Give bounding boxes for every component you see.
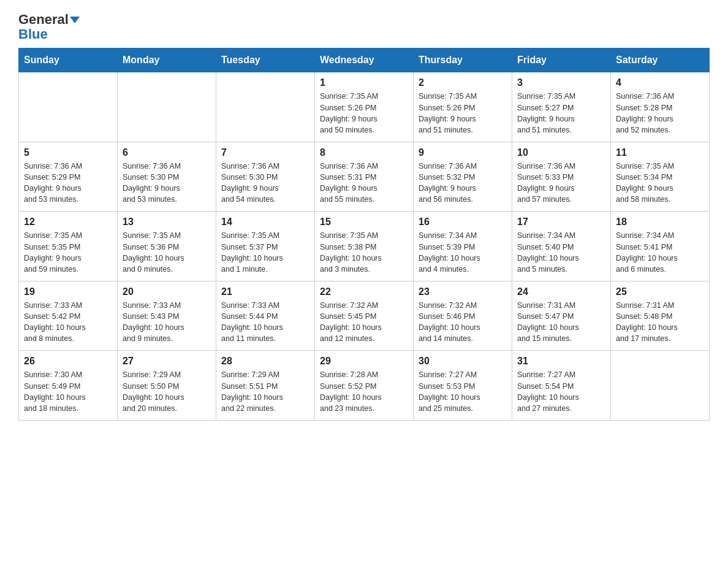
day-number: 3	[517, 77, 605, 88]
day-number: 21	[221, 286, 309, 297]
calendar-cell: 13Sunrise: 7:35 AM Sunset: 5:36 PM Dayli…	[118, 212, 216, 282]
day-number: 13	[123, 216, 211, 228]
day-number: 19	[24, 286, 112, 297]
day-info: Sunrise: 7:27 AM Sunset: 5:53 PM Dayligh…	[419, 369, 507, 414]
logo-arrow-icon	[70, 17, 80, 23]
calendar-cell: 24Sunrise: 7:31 AM Sunset: 5:47 PM Dayli…	[512, 281, 611, 351]
calendar-cell: 26Sunrise: 7:30 AM Sunset: 5:49 PM Dayli…	[19, 351, 118, 421]
day-number: 26	[24, 356, 112, 367]
calendar-table: SundayMondayTuesdayWednesdayThursdayFrid…	[18, 48, 710, 421]
day-number: 7	[221, 147, 309, 158]
calendar-cell: 28Sunrise: 7:29 AM Sunset: 5:51 PM Dayli…	[216, 351, 315, 421]
day-info: Sunrise: 7:35 AM Sunset: 5:26 PM Dayligh…	[320, 91, 408, 136]
week-row-3: 12Sunrise: 7:35 AM Sunset: 5:35 PM Dayli…	[19, 212, 710, 282]
day-number: 11	[616, 147, 704, 158]
day-info: Sunrise: 7:29 AM Sunset: 5:51 PM Dayligh…	[221, 369, 309, 414]
day-header-sunday: Sunday	[19, 48, 118, 72]
day-header-thursday: Thursday	[414, 48, 512, 72]
day-number: 12	[24, 216, 112, 228]
calendar-cell	[216, 72, 315, 142]
logo-text: GeneralBlue	[18, 12, 80, 42]
day-info: Sunrise: 7:35 AM Sunset: 5:27 PM Dayligh…	[517, 91, 605, 136]
day-info: Sunrise: 7:33 AM Sunset: 5:42 PM Dayligh…	[24, 300, 112, 345]
calendar-cell: 2Sunrise: 7:35 AM Sunset: 5:26 PM Daylig…	[414, 72, 512, 142]
day-number: 4	[616, 77, 704, 88]
calendar-cell: 18Sunrise: 7:34 AM Sunset: 5:41 PM Dayli…	[611, 212, 710, 282]
calendar-cell	[118, 72, 216, 142]
day-number: 18	[616, 216, 704, 228]
day-info: Sunrise: 7:34 AM Sunset: 5:39 PM Dayligh…	[419, 230, 507, 275]
calendar-cell: 17Sunrise: 7:34 AM Sunset: 5:40 PM Dayli…	[512, 212, 611, 282]
day-info: Sunrise: 7:31 AM Sunset: 5:47 PM Dayligh…	[517, 300, 605, 345]
day-number: 24	[517, 286, 605, 297]
calendar-cell: 25Sunrise: 7:31 AM Sunset: 5:48 PM Dayli…	[611, 281, 710, 351]
day-info: Sunrise: 7:36 AM Sunset: 5:30 PM Dayligh…	[123, 161, 211, 205]
day-number: 14	[221, 216, 309, 228]
day-number: 2	[419, 77, 507, 88]
day-number: 31	[517, 356, 605, 367]
day-number: 20	[123, 286, 211, 297]
week-row-2: 5Sunrise: 7:36 AM Sunset: 5:29 PM Daylig…	[19, 142, 710, 212]
day-number: 25	[616, 286, 704, 297]
calendar-cell: 22Sunrise: 7:32 AM Sunset: 5:45 PM Dayli…	[315, 281, 414, 351]
calendar-cell: 23Sunrise: 7:32 AM Sunset: 5:46 PM Dayli…	[414, 281, 512, 351]
day-number: 30	[419, 356, 507, 367]
calendar-cell: 4Sunrise: 7:36 AM Sunset: 5:28 PM Daylig…	[611, 72, 710, 142]
calendar-cell: 21Sunrise: 7:33 AM Sunset: 5:44 PM Dayli…	[216, 281, 315, 351]
logo: GeneralBlue	[18, 12, 80, 42]
calendar-cell	[611, 351, 710, 421]
day-info: Sunrise: 7:36 AM Sunset: 5:28 PM Dayligh…	[616, 91, 704, 136]
day-info: Sunrise: 7:28 AM Sunset: 5:52 PM Dayligh…	[320, 369, 408, 414]
day-info: Sunrise: 7:36 AM Sunset: 5:33 PM Dayligh…	[517, 161, 605, 205]
day-info: Sunrise: 7:35 AM Sunset: 5:36 PM Dayligh…	[123, 230, 211, 275]
day-number: 27	[123, 356, 211, 367]
calendar-cell: 9Sunrise: 7:36 AM Sunset: 5:32 PM Daylig…	[414, 142, 512, 212]
day-number: 23	[419, 286, 507, 297]
calendar-cell: 16Sunrise: 7:34 AM Sunset: 5:39 PM Dayli…	[414, 212, 512, 282]
day-number: 6	[123, 147, 211, 158]
day-info: Sunrise: 7:35 AM Sunset: 5:35 PM Dayligh…	[24, 230, 112, 275]
calendar-cell: 8Sunrise: 7:36 AM Sunset: 5:31 PM Daylig…	[315, 142, 414, 212]
calendar-cell: 19Sunrise: 7:33 AM Sunset: 5:42 PM Dayli…	[19, 281, 118, 351]
day-info: Sunrise: 7:36 AM Sunset: 5:32 PM Dayligh…	[419, 161, 507, 205]
day-info: Sunrise: 7:34 AM Sunset: 5:41 PM Dayligh…	[616, 230, 704, 275]
day-info: Sunrise: 7:33 AM Sunset: 5:43 PM Dayligh…	[123, 300, 211, 345]
calendar-cell	[19, 72, 118, 142]
day-info: Sunrise: 7:35 AM Sunset: 5:37 PM Dayligh…	[221, 230, 309, 275]
day-info: Sunrise: 7:36 AM Sunset: 5:31 PM Dayligh…	[320, 161, 408, 205]
day-info: Sunrise: 7:30 AM Sunset: 5:49 PM Dayligh…	[24, 369, 112, 414]
calendar-cell: 15Sunrise: 7:35 AM Sunset: 5:38 PM Dayli…	[315, 212, 414, 282]
calendar-cell: 27Sunrise: 7:29 AM Sunset: 5:50 PM Dayli…	[118, 351, 216, 421]
day-info: Sunrise: 7:35 AM Sunset: 5:26 PM Dayligh…	[419, 91, 507, 136]
day-number: 10	[517, 147, 605, 158]
calendar-cell: 29Sunrise: 7:28 AM Sunset: 5:52 PM Dayli…	[315, 351, 414, 421]
week-row-1: 1Sunrise: 7:35 AM Sunset: 5:26 PM Daylig…	[19, 72, 710, 142]
logo-blue: Blue	[18, 26, 48, 42]
week-row-5: 26Sunrise: 7:30 AM Sunset: 5:49 PM Dayli…	[19, 351, 710, 421]
day-info: Sunrise: 7:31 AM Sunset: 5:48 PM Dayligh…	[616, 300, 704, 345]
header-row: SundayMondayTuesdayWednesdayThursdayFrid…	[19, 48, 710, 72]
day-info: Sunrise: 7:32 AM Sunset: 5:45 PM Dayligh…	[320, 300, 408, 345]
day-info: Sunrise: 7:32 AM Sunset: 5:46 PM Dayligh…	[419, 300, 507, 345]
day-number: 16	[419, 216, 507, 228]
calendar-cell: 30Sunrise: 7:27 AM Sunset: 5:53 PM Dayli…	[414, 351, 512, 421]
day-info: Sunrise: 7:27 AM Sunset: 5:54 PM Dayligh…	[517, 369, 605, 414]
calendar-cell: 11Sunrise: 7:35 AM Sunset: 5:34 PM Dayli…	[611, 142, 710, 212]
day-number: 29	[320, 356, 408, 367]
calendar-cell: 10Sunrise: 7:36 AM Sunset: 5:33 PM Dayli…	[512, 142, 611, 212]
day-number: 22	[320, 286, 408, 297]
calendar-cell: 6Sunrise: 7:36 AM Sunset: 5:30 PM Daylig…	[118, 142, 216, 212]
day-info: Sunrise: 7:29 AM Sunset: 5:50 PM Dayligh…	[123, 369, 211, 414]
calendar-cell: 12Sunrise: 7:35 AM Sunset: 5:35 PM Dayli…	[19, 212, 118, 282]
day-header-tuesday: Tuesday	[216, 48, 315, 72]
calendar-cell: 1Sunrise: 7:35 AM Sunset: 5:26 PM Daylig…	[315, 72, 414, 142]
day-number: 8	[320, 147, 408, 158]
day-number: 5	[24, 147, 112, 158]
calendar-cell: 20Sunrise: 7:33 AM Sunset: 5:43 PM Dayli…	[118, 281, 216, 351]
calendar-header: SundayMondayTuesdayWednesdayThursdayFrid…	[19, 48, 710, 72]
calendar-body: 1Sunrise: 7:35 AM Sunset: 5:26 PM Daylig…	[19, 72, 710, 421]
day-info: Sunrise: 7:36 AM Sunset: 5:29 PM Dayligh…	[24, 161, 112, 205]
day-number: 9	[419, 147, 507, 158]
calendar-cell: 31Sunrise: 7:27 AM Sunset: 5:54 PM Dayli…	[512, 351, 611, 421]
day-number: 15	[320, 216, 408, 228]
